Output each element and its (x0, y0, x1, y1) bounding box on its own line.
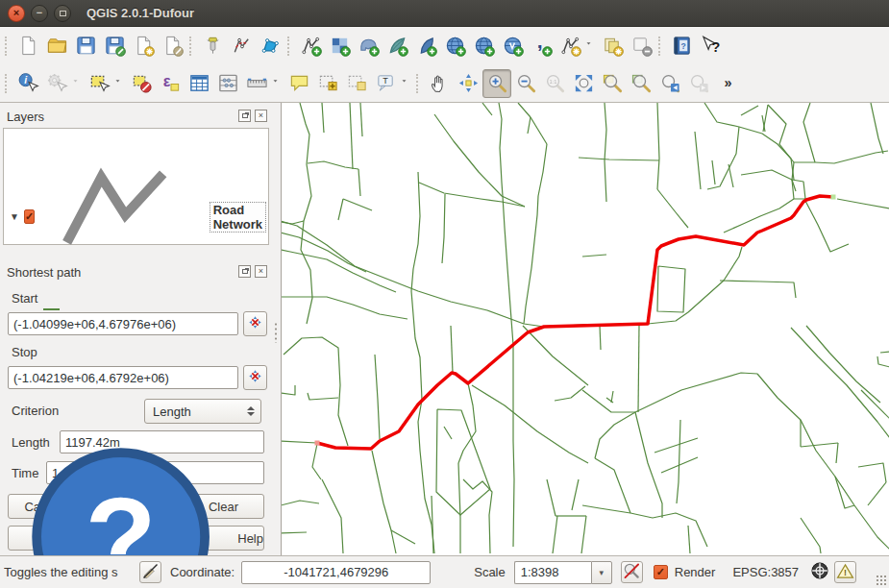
layers-panel-float-button[interactable] (238, 110, 251, 122)
zoom-to-layer-button[interactable] (627, 69, 655, 98)
add-wms-layer-button[interactable] (440, 32, 469, 61)
float-icon (242, 269, 248, 274)
new-shapefile-layer-button[interactable] (556, 32, 584, 61)
road-line (282, 221, 648, 327)
window-close-button[interactable]: × (8, 5, 25, 22)
zoom-full-button[interactable] (569, 69, 598, 98)
scale-combo[interactable]: ▾ (514, 561, 612, 584)
gps-tools-button[interactable] (198, 32, 227, 61)
layer-name[interactable]: Road Network (210, 202, 266, 233)
road-line (282, 297, 407, 319)
whats-this-icon: ? (700, 35, 722, 57)
zoom-to-selection-button[interactable] (598, 69, 627, 98)
remove-layer-icon (630, 35, 653, 57)
layer-visibility-checkbox[interactable]: ✓ (24, 209, 35, 224)
help-contents-button[interactable]: ? (667, 32, 696, 61)
titlebar[interactable]: × − QGIS 2.0.1-Dufour (0, 0, 889, 27)
measure-line-button[interactable] (242, 69, 271, 98)
capture-stop-point-button[interactable] (243, 365, 267, 390)
window-minimize-button[interactable]: − (31, 5, 48, 22)
window-maximize-button[interactable] (54, 5, 71, 22)
crs-globe-icon (809, 560, 830, 584)
criterion-select[interactable]: Length (144, 399, 261, 424)
road-line (880, 352, 889, 353)
embed-layers-button[interactable] (598, 32, 627, 61)
identify-features-button[interactable]: i (13, 69, 42, 98)
text-annotation-button[interactable]: T (371, 69, 400, 98)
save-project-button[interactable] (71, 32, 100, 61)
pan-to-selection-button[interactable] (454, 69, 482, 98)
stop-input[interactable] (8, 366, 238, 389)
add-spatialite-layer-button[interactable] (383, 32, 411, 61)
add-postgis-layer-button[interactable] (354, 32, 383, 61)
select-features-dropdown-button[interactable] (113, 69, 127, 98)
road-line (741, 170, 792, 180)
new-project-button[interactable] (13, 32, 42, 61)
dock-splitter[interactable] (272, 103, 281, 555)
open-project-button[interactable] (42, 32, 71, 61)
new-layer-dropdown-button[interactable] (584, 32, 598, 61)
save-project-as-button[interactable] (100, 32, 129, 61)
zoom-native-icon: 1:1 (544, 72, 566, 94)
select-by-expression-button[interactable]: ε (156, 69, 185, 98)
map-canvas[interactable] (281, 103, 889, 555)
open-attribute-table-icon (188, 72, 210, 94)
zoom-last-button[interactable] (655, 69, 684, 98)
composer-manager-button[interactable] (158, 32, 186, 61)
select-features-button[interactable] (85, 69, 113, 98)
add-wfs-layer-button[interactable] (498, 32, 527, 61)
capture-start-point-button[interactable] (243, 311, 267, 336)
render-checkbox[interactable]: ✓ (654, 565, 668, 579)
zoom-out-button[interactable] (511, 69, 540, 98)
annotation-dropdown-button[interactable] (400, 69, 413, 98)
node-tool-button[interactable] (256, 32, 284, 61)
new-print-composer-button[interactable] (129, 32, 158, 61)
coordinate-input[interactable] (241, 561, 431, 584)
shortest-path-close-button[interactable]: × (255, 265, 267, 278)
resize-grip[interactable] (876, 575, 887, 586)
road-line (635, 373, 757, 412)
open-attribute-table-button[interactable] (185, 69, 213, 98)
add-raster-layer-button[interactable] (325, 32, 354, 61)
pan-map-button[interactable] (425, 69, 454, 98)
select-by-expression-icon: ε (160, 72, 182, 94)
show-bookmarks-button[interactable] (342, 69, 371, 98)
scale-input[interactable] (514, 561, 591, 584)
remove-layer-button[interactable] (627, 32, 655, 61)
map-tips-button[interactable] (284, 69, 313, 98)
road-line (308, 161, 358, 169)
measure-dropdown-button[interactable] (271, 69, 284, 98)
add-vector-layer-button[interactable] (296, 32, 325, 61)
crs-status-button[interactable] (809, 562, 830, 583)
road-line (815, 151, 888, 163)
whats-this-button[interactable]: ? (696, 32, 725, 61)
measure-dropdown-icon (272, 78, 284, 89)
toggle-editing-button[interactable] (139, 561, 161, 583)
zoom-in-button[interactable] (482, 69, 511, 98)
road-line (434, 114, 525, 207)
field-calculator-button[interactable] (213, 69, 242, 98)
add-delimited-text-layer-button[interactable]: , (527, 32, 556, 61)
new-bookmark-button[interactable] (313, 69, 342, 98)
road-line (436, 409, 490, 515)
expand-caret-icon[interactable]: ▼ (10, 211, 19, 222)
road-line (282, 501, 319, 505)
messages-button[interactable]: ! (834, 561, 856, 583)
layers-tree[interactable]: ▼ ✓ Road Network (3, 128, 269, 245)
shortest-path-float-button[interactable] (238, 265, 251, 278)
add-wcs-layer-button[interactable] (469, 32, 498, 61)
deselect-features-button[interactable] (127, 69, 156, 98)
run-feature-action-icon (46, 72, 68, 94)
help-button[interactable]: ?Help (8, 526, 264, 551)
toolbar-overflow-button[interactable]: » (713, 69, 742, 98)
stop-rendering-button[interactable] (621, 561, 643, 583)
start-input[interactable] (8, 312, 238, 335)
layers-panel-close-button[interactable]: × (255, 110, 267, 122)
pan-map-icon (429, 72, 451, 94)
road-line (282, 532, 307, 533)
field-calculator-icon (217, 72, 239, 94)
svg-text:,: , (536, 35, 542, 52)
scale-dropdown-button[interactable]: ▾ (591, 561, 612, 584)
add-mssql-layer-button[interactable] (411, 32, 440, 61)
simplify-feature-button[interactable] (227, 32, 256, 61)
